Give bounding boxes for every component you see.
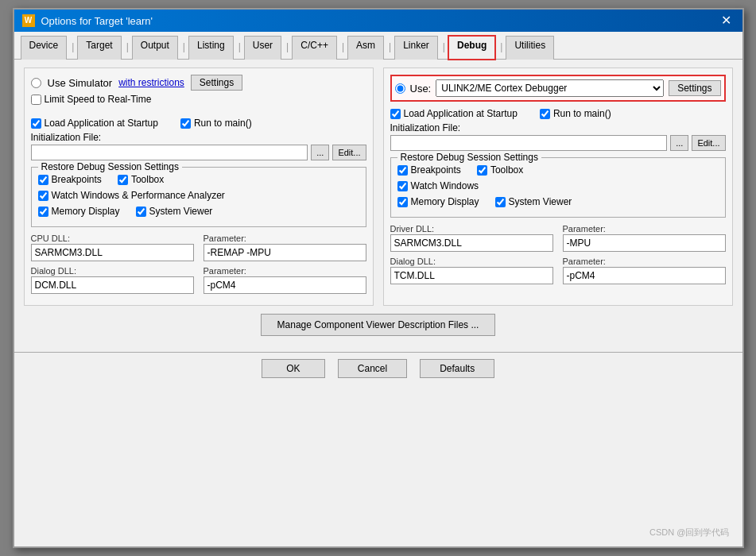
left-load-app-row: Load Application at Startup Run to main(… — [31, 118, 366, 129]
left-restore-row1: Breakpoints Toolbox — [38, 174, 359, 188]
tab-debug[interactable]: Debug — [448, 36, 495, 60]
left-cpu-param-input[interactable] — [204, 244, 366, 261]
tab-output[interactable]: Output — [132, 36, 178, 60]
content-area: Use Simulator with restrictions Settings… — [14, 60, 742, 344]
use-debugger-radio[interactable] — [395, 83, 405, 94]
right-column: Use: ULINK2/ME Cortex Debugger J-LINK / … — [383, 68, 733, 306]
footer: OK Cancel Defaults CSDN @回到学代码 — [14, 352, 742, 384]
left-watch-windows-checkbox[interactable] — [38, 191, 48, 201]
cancel-button[interactable]: Cancel — [338, 359, 407, 378]
bottom-section: Manage Component Viewer Description File… — [24, 314, 733, 336]
left-dialog-param-label: Parameter: — [204, 266, 366, 276]
limit-speed-checkbox[interactable] — [31, 95, 41, 105]
left-memory-display-checkbox[interactable] — [38, 207, 48, 217]
right-dialog-dll-input[interactable] — [390, 267, 553, 284]
two-column-layout: Use Simulator with restrictions Settings… — [24, 68, 733, 306]
right-watch-windows-checkbox[interactable] — [397, 181, 408, 191]
app-icon: W — [22, 14, 35, 27]
left-dialog-dll-section: Dialog DLL: Parameter: — [31, 266, 366, 294]
title-bar: W Options for Target 'learn' ✕ — [14, 10, 742, 32]
simulator-radio[interactable] — [31, 78, 41, 88]
simulator-settings-button[interactable]: Settings — [191, 75, 242, 91]
left-toolbox-checkbox[interactable] — [118, 175, 128, 185]
right-memory-display-checkbox[interactable] — [397, 197, 408, 207]
left-breakpoints-checkbox[interactable] — [38, 175, 48, 185]
left-dialog-param-input[interactable] — [204, 276, 366, 294]
simulator-label: Use Simulator — [48, 77, 113, 89]
ok-button[interactable]: OK — [262, 359, 325, 378]
left-load-app-checkbox[interactable] — [31, 118, 41, 129]
right-init-file-label: Initialization File: — [390, 122, 726, 133]
tab-cpp[interactable]: C/C++ — [292, 36, 337, 60]
left-init-file-input[interactable] — [31, 145, 308, 160]
right-driver-param-label: Parameter: — [563, 224, 726, 234]
right-dialog-param-label: Parameter: — [563, 257, 726, 266]
left-cpu-dll-label: CPU DLL: — [31, 234, 194, 243]
right-driver-dll-label: Driver DLL: — [390, 224, 553, 234]
right-dialog-dll-label: Dialog DLL: — [390, 257, 553, 266]
tab-utilities[interactable]: Utilities — [506, 36, 554, 60]
left-dialog-dll-input[interactable] — [31, 276, 194, 294]
left-dialog-dll-label: Dialog DLL: — [31, 266, 194, 276]
left-toolbox-label: Toolbox — [131, 174, 164, 185]
right-driver-dll-section: Driver DLL: Parameter: — [390, 224, 726, 252]
tab-device[interactable]: Device — [21, 36, 68, 60]
right-load-app-row: Load Application at Startup Run to main(… — [390, 108, 726, 119]
left-restore-row3: Memory Display System Viewer — [38, 206, 359, 220]
left-init-file-label: Initialization File: — [31, 132, 366, 143]
right-run-to-main-label: Run to main() — [553, 108, 611, 119]
tab-target[interactable]: Target — [77, 36, 121, 60]
right-breakpoints-checkbox[interactable] — [397, 165, 408, 176]
use-debugger-row: Use: ULINK2/ME Cortex Debugger J-LINK / … — [390, 75, 726, 102]
title-bar-left: W Options for Target 'learn' — [22, 14, 153, 27]
right-toolbox-checkbox[interactable] — [477, 165, 487, 176]
right-browse-button[interactable]: ... — [670, 135, 688, 151]
right-init-file-input[interactable] — [390, 135, 668, 151]
left-restore-row2: Watch Windows & Performance Analyzer — [38, 190, 359, 204]
left-run-to-main-label: Run to main() — [194, 118, 252, 129]
watermark: CSDN @回到学代码 — [649, 527, 729, 539]
right-restore-row2: Watch Windows — [397, 180, 719, 195]
right-init-row: ... Edit... — [390, 135, 726, 151]
defaults-button[interactable]: Defaults — [420, 359, 494, 378]
left-browse-button[interactable]: ... — [311, 145, 329, 160]
tab-listing[interactable]: Listing — [188, 36, 234, 60]
left-init-row: ... Edit... — [31, 145, 366, 160]
right-dialog-dll-section: Dialog DLL: Parameter: — [390, 257, 726, 284]
right-system-viewer-checkbox[interactable] — [495, 197, 506, 207]
left-cpu-param-label: Parameter: — [204, 234, 366, 243]
left-edit-button[interactable]: Edit... — [332, 145, 366, 160]
simulator-row: Use Simulator with restrictions Settings — [31, 75, 366, 91]
with-restrictions-link[interactable]: with restrictions — [118, 77, 184, 88]
right-settings-button[interactable]: Settings — [669, 80, 720, 96]
right-driver-param-input[interactable] — [563, 234, 726, 252]
right-restore-row1: Breakpoints Toolbox — [397, 164, 719, 179]
right-run-to-main-checkbox[interactable] — [540, 109, 550, 119]
left-cpu-dll-section: CPU DLL: Parameter: — [31, 234, 366, 261]
right-driver-dll-input[interactable] — [390, 234, 553, 252]
right-watch-windows-label: Watch Windows — [411, 180, 479, 191]
right-edit-button[interactable]: Edit... — [692, 135, 725, 151]
right-restore-group-title: Restore Debug Session Settings — [397, 152, 541, 163]
dialog-title: Options for Target 'learn' — [41, 15, 153, 27]
tab-asm[interactable]: Asm — [347, 36, 384, 60]
right-system-viewer-label: System Viewer — [509, 196, 572, 207]
left-system-viewer-checkbox[interactable] — [136, 207, 146, 217]
right-load-app-checkbox[interactable] — [390, 109, 401, 119]
right-memory-display-label: Memory Display — [411, 196, 479, 207]
use-label: Use: — [410, 83, 432, 95]
debugger-select[interactable]: ULINK2/ME Cortex Debugger J-LINK / J-TRA… — [436, 79, 664, 97]
close-button[interactable]: ✕ — [718, 14, 735, 27]
tab-user[interactable]: User — [244, 36, 281, 60]
limit-speed-row: Limit Speed to Real-Time — [31, 94, 366, 105]
tab-linker[interactable]: Linker — [394, 36, 438, 60]
left-run-to-main-checkbox[interactable] — [180, 118, 191, 129]
left-watch-windows-label: Watch Windows & Performance Analyzer — [52, 190, 225, 201]
limit-speed-label: Limit Speed to Real-Time — [45, 94, 152, 105]
right-dialog-param-input[interactable] — [563, 267, 726, 284]
tabs-bar: Device | Target | Output | Listing | Use… — [14, 32, 742, 60]
left-cpu-dll-input[interactable] — [31, 244, 194, 261]
right-restore-row3: Memory Display System Viewer — [397, 196, 719, 210]
left-restore-group: Restore Debug Session Settings Breakpoin… — [31, 167, 366, 227]
manage-component-button[interactable]: Manage Component Viewer Description File… — [261, 314, 496, 336]
